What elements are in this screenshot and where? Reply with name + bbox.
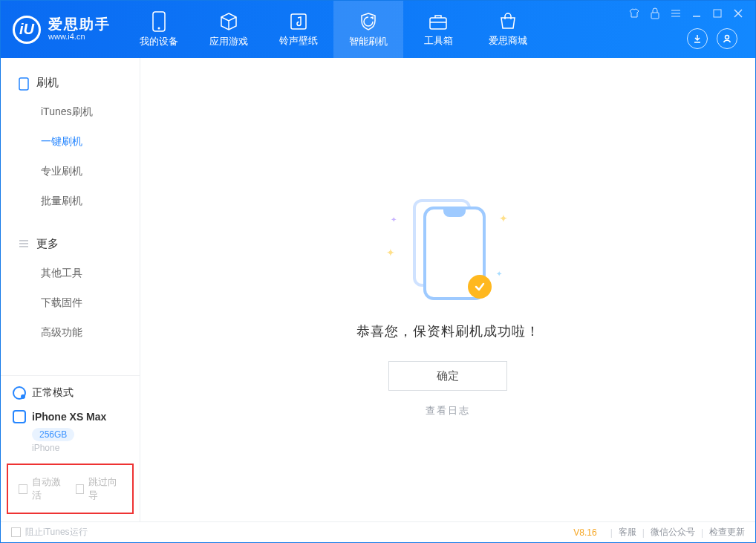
mode-icon: [13, 386, 26, 400]
menu-icon[interactable]: [669, 7, 682, 20]
sidebar-group-more[interactable]: 更多: [1, 230, 140, 259]
phone-icon: [19, 77, 30, 89]
success-badge-icon: [468, 275, 492, 299]
nav-store[interactable]: 爱思商城: [473, 1, 543, 58]
sparkle-icon: ✦: [391, 215, 397, 224]
header: iU 爱思助手 www.i4.cn 我的设备 应用游戏 铃声壁纸 智能刷机: [1, 1, 755, 58]
success-message: 恭喜您，保资料刷机成功啦！: [356, 322, 540, 340]
svg-point-1: [158, 27, 160, 29]
app-site: www.i4.cn: [48, 31, 111, 42]
link-support[interactable]: 客服: [619, 526, 636, 539]
app-name: 爱思助手: [48, 17, 111, 31]
nav-apps-games[interactable]: 应用游戏: [194, 1, 264, 58]
status-bar: 阻止iTunes运行 V8.16 | 客服 | 微信公众号 | 检查更新: [1, 521, 755, 542]
sidebar: 刷机 iTunes刷机 一键刷机 专业刷机 批量刷机 更多 其他工具 下载固件 …: [1, 58, 140, 521]
device-capacity: 256GB: [32, 428, 74, 441]
checkbox-auto-activate[interactable]: 自动激活: [19, 475, 65, 502]
sidebar-item-download-firmware[interactable]: 下载固件: [1, 288, 140, 318]
window-controls: [628, 7, 745, 20]
top-nav: 我的设备 应用游戏 铃声壁纸 智能刷机 工具箱 爱思商城: [124, 1, 543, 58]
checkbox-icon: [19, 484, 27, 494]
device-name: iPhone XS Max: [32, 411, 106, 423]
success-illustration: ✦ ✦ ✦ ✦: [407, 199, 489, 303]
maximize-button[interactable]: [711, 7, 724, 20]
sparkle-icon: ✦: [499, 212, 508, 224]
ok-button[interactable]: 确定: [388, 361, 507, 391]
sidebar-item-batch-flash[interactable]: 批量刷机: [1, 186, 140, 216]
nav-ringtone-wallpaper[interactable]: 铃声壁纸: [264, 1, 333, 58]
device-mode: 正常模式: [13, 386, 128, 400]
svg-rect-10: [714, 10, 721, 17]
sparkle-icon: ✦: [496, 270, 502, 278]
sidebar-group-flash[interactable]: 刷机: [1, 68, 140, 97]
sidebar-item-oneclick-flash[interactable]: 一键刷机: [1, 127, 140, 157]
nav-my-device[interactable]: 我的设备: [124, 1, 194, 58]
sidebar-item-other-tools[interactable]: 其他工具: [1, 259, 140, 288]
sidebar-item-pro-flash[interactable]: 专业刷机: [1, 157, 140, 186]
logo: iU 爱思助手 www.i4.cn: [1, 1, 124, 58]
device-panel: 正常模式 iPhone XS Max 256GB iPhone: [1, 375, 140, 458]
tshirt-icon[interactable]: [628, 7, 641, 20]
user-button[interactable]: [717, 28, 737, 49]
body: 刷机 iTunes刷机 一键刷机 专业刷机 批量刷机 更多 其他工具 下载固件 …: [1, 58, 755, 521]
link-check-update[interactable]: 检查更新: [709, 526, 745, 539]
header-round-buttons: [687, 28, 737, 49]
lock-icon[interactable]: [648, 7, 662, 20]
device-name-row[interactable]: iPhone XS Max: [13, 410, 128, 423]
bottom-options-highlight: 自动激活 跳过向导: [7, 464, 134, 514]
link-wechat[interactable]: 微信公众号: [651, 526, 695, 539]
nav-toolbox[interactable]: 工具箱: [403, 1, 473, 58]
checkbox-icon: [76, 484, 85, 494]
device-type: iPhone: [32, 443, 128, 453]
svg-rect-5: [651, 13, 659, 19]
download-button[interactable]: [687, 28, 708, 49]
app-window: iU 爱思助手 www.i4.cn 我的设备 应用游戏 铃声壁纸 智能刷机: [0, 0, 756, 543]
checkbox-skip-guide[interactable]: 跳过向导: [76, 475, 123, 502]
device-icon: [13, 410, 26, 423]
checkbox-icon: [11, 527, 21, 537]
svg-point-14: [726, 36, 729, 39]
minimize-button[interactable]: [690, 7, 703, 20]
version-label: V8.16: [573, 527, 596, 538]
logo-icon: iU: [13, 16, 41, 44]
close-button[interactable]: [731, 7, 745, 20]
nav-smart-flash[interactable]: 智能刷机: [333, 1, 403, 58]
list-icon: [19, 238, 30, 250]
sidebar-item-itunes-flash[interactable]: iTunes刷机: [1, 97, 140, 127]
svg-rect-3: [430, 18, 446, 29]
sparkle-icon: ✦: [386, 247, 395, 259]
view-log-link[interactable]: 查看日志: [426, 404, 470, 417]
sidebar-item-advanced[interactable]: 高级功能: [1, 318, 140, 348]
checkbox-block-itunes[interactable]: 阻止iTunes运行: [11, 526, 88, 539]
svg-rect-15: [19, 78, 28, 90]
main-panel: ✦ ✦ ✦ ✦ 恭喜您，保资料刷机成功啦！ 确定 查看日志: [140, 58, 755, 521]
